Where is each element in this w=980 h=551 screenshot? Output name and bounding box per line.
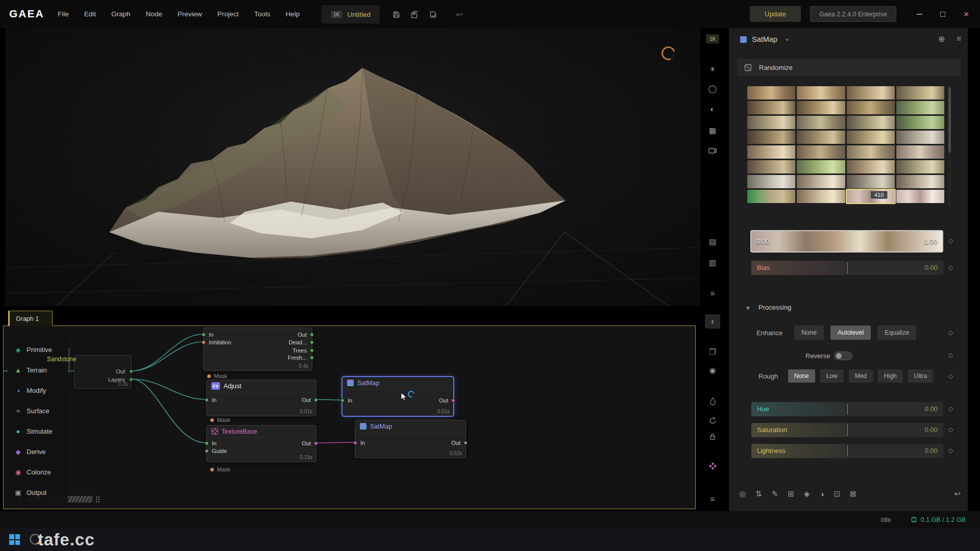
reset-diamond-icon[interactable]: ◇ xyxy=(948,329,953,336)
mask-port-row[interactable]: Mask xyxy=(207,373,227,379)
palette-swatch[interactable] xyxy=(797,101,845,114)
slider-lightness[interactable]: Lightness0.00 xyxy=(751,444,943,458)
palette-swatch[interactable] xyxy=(797,190,845,203)
port-in-dot[interactable] xyxy=(353,441,357,445)
palette-swatch[interactable] xyxy=(797,86,845,99)
start-button[interactable] xyxy=(9,534,20,545)
node-graph-panel[interactable]: Out Layers 0.3s In Inhibition Out Dead..… xyxy=(3,325,696,509)
menu-file[interactable]: File xyxy=(50,10,77,18)
pin-icon[interactable]: ⊞ xyxy=(788,489,794,498)
option-med[interactable]: Med xyxy=(849,369,873,383)
palette-swatch[interactable] xyxy=(896,145,944,159)
palette-swatch[interactable] xyxy=(847,116,895,129)
palette-swatch[interactable] xyxy=(797,131,845,144)
palette-scrollbar-thumb[interactable] xyxy=(948,87,951,153)
panel-menu-icon[interactable]: ≡ xyxy=(957,34,961,43)
maximize-button[interactable] xyxy=(937,9,948,20)
pin-properties-icon[interactable]: ⊕ xyxy=(938,34,945,44)
reverse-toggle[interactable] xyxy=(834,352,852,360)
palette-swatch[interactable] xyxy=(747,101,795,114)
save-button[interactable] xyxy=(387,6,405,22)
palette-swatch[interactable] xyxy=(747,116,795,129)
palette-swatch[interactable] xyxy=(747,175,795,188)
menu-help[interactable]: Help xyxy=(278,10,307,18)
palette-swatch[interactable] xyxy=(896,131,944,144)
palette-swatch[interactable] xyxy=(896,175,944,188)
toolbox-item-terrain[interactable]: ▲Terrain xyxy=(8,360,68,380)
viewport-resolution-badge[interactable]: 1K xyxy=(706,34,719,43)
menu-tools[interactable]: Tools xyxy=(247,10,278,18)
fullscreen-icon[interactable]: ⊠ xyxy=(850,489,856,498)
node-vegetation[interactable]: In Inhibition Out Dead... Trees Fresh...… xyxy=(203,328,312,371)
palette-swatch[interactable] xyxy=(797,145,845,159)
port-inhibition-dot[interactable] xyxy=(202,340,206,344)
toolbox-item-output[interactable]: ▣Output xyxy=(8,482,68,503)
port-out-dot[interactable] xyxy=(451,398,455,403)
grid-icon[interactable]: ▦ xyxy=(700,124,725,137)
graph-tab[interactable]: Graph 1 xyxy=(8,311,53,326)
annotate-icon[interactable]: ✎ xyxy=(772,489,778,498)
port-out-dot[interactable] xyxy=(314,441,318,445)
layout-icon[interactable]: ▤ xyxy=(700,235,725,248)
contrast-icon[interactable]: ◑ xyxy=(819,490,824,498)
palette-swatch[interactable] xyxy=(747,160,795,173)
palette-swatch[interactable] xyxy=(847,175,895,188)
sun-icon[interactable]: ☀ xyxy=(700,63,725,76)
palette-swatch[interactable] xyxy=(747,86,795,99)
processing-chevron-icon[interactable]: ▾ xyxy=(746,304,750,312)
toolbox-item-simulate[interactable]: ●Simulate xyxy=(8,421,68,441)
picker-icon[interactable]: ◈ xyxy=(804,489,810,498)
port-fresh-dot[interactable] xyxy=(310,356,314,360)
menu-preview[interactable]: Preview xyxy=(170,10,210,18)
refresh-icon[interactable] xyxy=(700,414,725,427)
slider-saturation[interactable]: Saturation0.00 xyxy=(751,423,943,437)
water-drop-icon[interactable] xyxy=(700,394,725,408)
reset-diamond-icon[interactable]: ◇ xyxy=(948,405,953,412)
port-out-dot[interactable] xyxy=(129,369,133,373)
build-save-button[interactable] xyxy=(424,6,442,22)
port-guide-dot[interactable] xyxy=(205,449,209,453)
sphere-icon[interactable]: ◯ xyxy=(700,82,725,95)
palette-swatch[interactable] xyxy=(747,190,795,203)
node-adjust[interactable]: FX Adjust In Out 0.01s xyxy=(206,380,316,416)
camera-icon[interactable] xyxy=(700,144,725,157)
palette-swatch[interactable] xyxy=(896,190,944,203)
mask-port-row[interactable]: Mask xyxy=(210,417,230,423)
sort-icon[interactable]: ⇅ xyxy=(755,489,762,498)
copy-icon[interactable]: ❐ xyxy=(700,345,725,359)
reset-diamond-icon[interactable]: ◇ xyxy=(948,237,953,244)
mask-port-row[interactable]: Mask xyxy=(210,466,230,472)
toolbox-item-surface[interactable]: ≈Surface xyxy=(8,400,68,421)
undo-button[interactable]: ↩ xyxy=(450,6,469,22)
palette-swatch[interactable] xyxy=(847,160,895,173)
palette-swatch[interactable] xyxy=(896,160,944,173)
close-button[interactable]: × xyxy=(961,9,972,20)
menu-graph[interactable]: Graph xyxy=(104,10,138,18)
node-satmap-selected[interactable]: SatMap In Out 0.01s xyxy=(342,377,454,416)
port-in-dot[interactable] xyxy=(205,441,209,445)
palette-swatch[interactable] xyxy=(896,101,944,114)
randomize-button[interactable]: Randomize xyxy=(737,59,961,76)
node-sandstone[interactable]: Out Layers 0.3s xyxy=(74,355,132,389)
palette-scrollbar[interactable] xyxy=(948,86,951,205)
menu-edit[interactable]: Edit xyxy=(77,10,104,18)
option-ultra[interactable]: Ultra xyxy=(908,369,933,383)
palette-swatch[interactable] xyxy=(747,131,795,144)
palette-swatch[interactable] xyxy=(797,160,845,173)
port-in-dot[interactable] xyxy=(205,398,209,402)
palette-swatch[interactable] xyxy=(847,145,895,159)
toolbox-item-colorize[interactable]: ◉Colorize xyxy=(8,462,68,482)
slider-bias[interactable]: Bias0.00 xyxy=(751,261,943,275)
palette-swatch[interactable] xyxy=(847,86,895,99)
reset-diamond-icon[interactable]: ◇ xyxy=(948,372,953,380)
toolbox-item-derive[interactable]: ◆Derive xyxy=(8,441,68,462)
processing-section-header[interactable]: Processing xyxy=(758,304,791,311)
lock-icon[interactable] xyxy=(700,430,725,443)
port-dead-dot[interactable] xyxy=(310,340,314,344)
port-trees-dot[interactable] xyxy=(310,348,314,353)
collapse-panel-button[interactable]: ‹ xyxy=(705,314,720,329)
node-satmap-2[interactable]: SatMap In Out 0.02s xyxy=(355,420,466,458)
palette-swatch[interactable] xyxy=(847,131,895,144)
document-tab[interactable]: 1K Untitled xyxy=(322,5,380,23)
option-none[interactable]: None xyxy=(794,325,824,340)
